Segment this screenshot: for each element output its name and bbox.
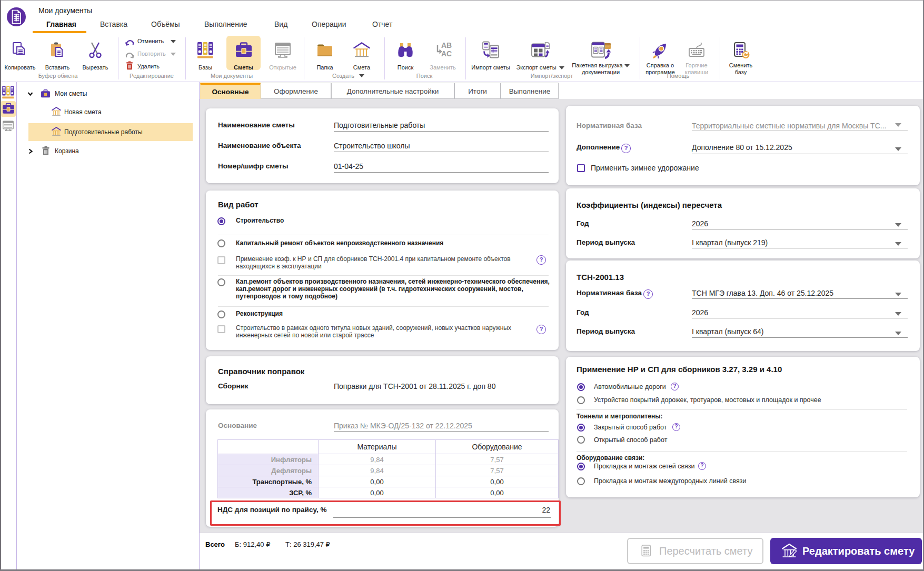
- svg-text:AB: AB: [441, 41, 452, 49]
- svg-text:AC: AC: [441, 49, 452, 58]
